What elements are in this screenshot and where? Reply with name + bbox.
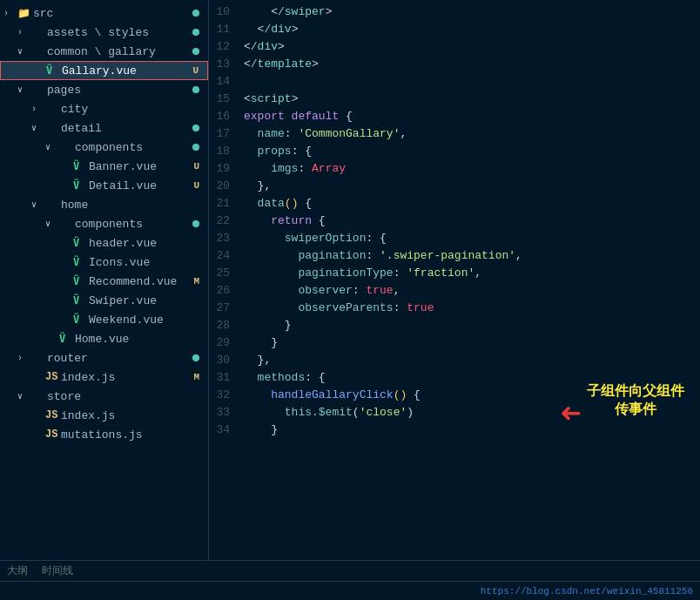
vue-icon: V̈	[73, 275, 89, 288]
sidebar-item-label: city	[61, 103, 205, 116]
code-row: 30 },	[209, 352, 700, 369]
sidebar-item-label: Swiper.vue	[89, 294, 205, 307]
modified-dot	[192, 125, 199, 131]
code-row: 21 data() {	[209, 195, 700, 212]
sidebar-item-label: pages	[47, 84, 192, 97]
sidebar-item-assets-styles[interactable]: › assets \ styles	[0, 23, 208, 42]
sidebar-item-weekend-vue[interactable]: V̈ Weekend.vue	[0, 310, 208, 329]
arrow-icon: ∨	[31, 199, 45, 210]
sidebar-item-detail-vue[interactable]: V̈ Detail.vue U	[0, 176, 208, 195]
arrow-icon: ›	[31, 104, 45, 114]
code-row: 24 pagination: '.swiper-pagination',	[209, 247, 700, 265]
code-row: 18 props: {	[209, 143, 700, 160]
file-explorer[interactable]: › 📁 src › assets \ styles ∨ common \ gal…	[0, 0, 209, 560]
modified-dot	[192, 144, 199, 151]
modified-dot	[192, 48, 199, 55]
code-row: 33 this.$emit('close')	[209, 404, 700, 421]
vue-icon: V̈	[73, 179, 89, 192]
code-row: 26 observer: true,	[209, 282, 700, 300]
sidebar-item-home[interactable]: ∨ home	[0, 195, 208, 214]
code-row: 31 methods: {	[209, 369, 700, 387]
code-row: 17 name: 'CommonGallary',	[209, 125, 700, 143]
status-bar: https://blog.csdn.net/weixin_45811256	[0, 581, 700, 600]
modified-dot	[192, 10, 199, 17]
sidebar-item-index-js-router[interactable]: JS index.js M	[0, 367, 208, 387]
vue-icon: V̈	[73, 237, 89, 250]
code-row: 12 </div>	[209, 38, 700, 56]
sidebar-item-store[interactable]: ∨ store	[0, 387, 208, 406]
code-row: 15 <script>	[209, 91, 700, 108]
sidebar-item-label: header.vue	[89, 237, 205, 250]
vue-icon: V̈	[59, 333, 75, 346]
sidebar-item-pages[interactable]: ∨ pages	[0, 80, 208, 99]
sidebar-item-router[interactable]: › router	[0, 348, 208, 367]
vue-icon: V̈	[73, 160, 89, 173]
sidebar-item-detail[interactable]: ∨ detail	[0, 118, 208, 138]
sidebar-item-home-vue[interactable]: V̈ Home.vue	[0, 329, 208, 348]
modified-dot	[192, 354, 199, 361]
code-row: 13 </template>	[209, 56, 700, 73]
sidebar-item-components-home[interactable]: ∨ components	[0, 214, 208, 233]
sidebar-item-label: Gallary.vue	[62, 64, 192, 78]
sidebar-item-mutations-js[interactable]: JS mutations.js	[0, 425, 208, 444]
sidebar-item-label: common \ gallary	[47, 45, 192, 58]
sidebar-item-city[interactable]: › city	[0, 99, 208, 118]
code-row: 32 handleGallaryClick() {	[209, 387, 700, 404]
status-url: https://blog.csdn.net/weixin_45811256	[481, 586, 693, 597]
code-row: 29 }	[209, 334, 700, 352]
js-icon: JS	[45, 428, 61, 441]
arrow-icon: ∨	[17, 84, 31, 95]
sidebar-item-label: Home.vue	[75, 333, 205, 346]
modified-dot	[192, 29, 199, 36]
sidebar-item-label: Icons.vue	[89, 256, 205, 269]
sidebar-item-swiper-vue[interactable]: V̈ Swiper.vue	[0, 291, 208, 310]
sidebar-item-label: components	[75, 141, 192, 154]
git-badge: M	[193, 276, 199, 287]
git-badge: M	[193, 372, 199, 382]
vue-icon: V̈	[73, 256, 89, 269]
code-row: 27 observeParents: true	[209, 300, 700, 317]
code-row: 14	[209, 73, 700, 91]
vue-icon: V̈	[73, 294, 89, 307]
sidebar-item-label: router	[47, 352, 192, 365]
timeline-label[interactable]: 时间线	[42, 563, 73, 578]
sidebar-item-icons-vue[interactable]: V̈ Icons.vue	[0, 253, 208, 272]
sidebar-item-recommend-vue[interactable]: V̈ Recommend.vue M	[0, 272, 208, 291]
sidebar-item-label: Detail.vue	[89, 179, 193, 192]
sidebar-item-label: Banner.vue	[89, 160, 193, 173]
git-badge: U	[192, 65, 199, 76]
sidebar-item-common-gallary[interactable]: ∨ common \ gallary	[0, 42, 208, 61]
code-row: 22 return {	[209, 212, 700, 230]
arrow-icon: ∨	[45, 219, 59, 229]
sidebar-item-index-js-store[interactable]: JS index.js	[0, 406, 208, 425]
sidebar-item-label: home	[61, 199, 205, 212]
code-row: 19 imgs: Array	[209, 160, 700, 178]
outline-bar: 大纲 时间线	[0, 560, 700, 581]
arrow-icon: ›	[17, 28, 31, 37]
sidebar-item-label: index.js	[61, 371, 193, 384]
vue-icon: V̈	[46, 64, 62, 78]
code-row: 23 swiperOption: {	[209, 230, 700, 247]
code-row: 34 }	[209, 421, 700, 439]
arrow-icon: ›	[3, 9, 17, 18]
sidebar-item-label: store	[47, 390, 205, 403]
arrow-icon: ›	[17, 354, 31, 363]
code-row: 11 </div>	[209, 21, 700, 38]
sidebar-item-banner-vue[interactable]: V̈ Banner.vue U	[0, 157, 208, 176]
arrow-icon: ∨	[31, 123, 45, 133]
sidebar-item-src[interactable]: › 📁 src	[0, 3, 208, 23]
folder-icon: 📁	[17, 7, 33, 20]
code-editor[interactable]: 10 </swiper> 11 </div> 12 </div> 13 </te…	[209, 0, 700, 560]
arrow-icon: ∨	[17, 46, 31, 57]
modified-dot	[192, 220, 199, 227]
sidebar-item-gallary-vue[interactable]: V̈ Gallary.vue U	[0, 61, 208, 80]
sidebar-item-label: Recommend.vue	[89, 275, 193, 288]
sidebar-item-components-detail[interactable]: ∨ components	[0, 138, 208, 157]
vue-icon: V̈	[73, 313, 89, 327]
sidebar-item-label: index.js	[61, 409, 205, 422]
sidebar-item-label: detail	[61, 122, 192, 135]
code-row: 10 </swiper>	[209, 3, 700, 21]
outline-label[interactable]: 大纲	[7, 563, 28, 578]
sidebar-item-label: assets \ styles	[47, 26, 192, 39]
sidebar-item-header-vue[interactable]: V̈ header.vue	[0, 233, 208, 253]
